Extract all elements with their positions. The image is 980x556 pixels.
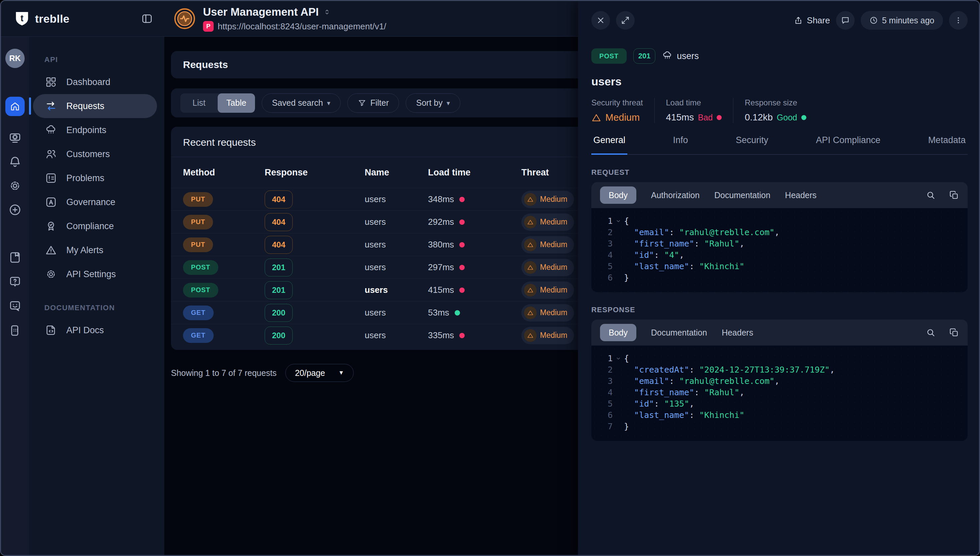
home-icon: [10, 101, 20, 112]
treblle-logo: t treblle: [15, 11, 69, 27]
tab-documentation[interactable]: Documentation: [651, 328, 707, 338]
stat-label: Load time: [666, 98, 722, 107]
table-row[interactable]: GET 200 users 335ms Medium: [171, 324, 578, 346]
add-icon[interactable]: [8, 202, 23, 217]
request-section-label: REQUEST: [592, 168, 968, 177]
table-row[interactable]: PUT 404 users 380ms Medium: [171, 233, 578, 256]
filter-label: Filter: [370, 98, 389, 108]
icon-rail: RK: [1, 37, 29, 555]
request-code-card: Body Authorization Documentation Headers…: [592, 182, 968, 292]
chevron-down-icon: ▾: [446, 99, 450, 107]
fold-chevron-icon[interactable]: [612, 215, 624, 227]
tab-info[interactable]: Info: [671, 135, 690, 155]
sidebar-item-problems[interactable]: Problems: [33, 166, 157, 190]
docs-book-icon[interactable]: [8, 250, 23, 265]
table-row[interactable]: POST 201 users 297ms Medium: [171, 256, 578, 278]
expand-button[interactable]: [616, 11, 635, 30]
view-toggle: List Table: [181, 94, 255, 113]
tab-authorization[interactable]: Authorization: [651, 191, 700, 200]
table-row[interactable]: PUT 404 users 348ms Medium: [171, 188, 578, 210]
tab-metadata[interactable]: Metadata: [926, 135, 968, 155]
help-icon[interactable]: [8, 275, 23, 289]
load-status-dot: [459, 220, 465, 225]
chevron-down-icon: ▾: [327, 99, 330, 107]
api-avatar-icon: [174, 8, 196, 30]
search-icon[interactable]: [926, 190, 936, 200]
sidebar-item-label: Compliance: [66, 221, 114, 231]
stat-value: 0.12kb: [745, 112, 773, 123]
table-row[interactable]: GET 200 users 53ms Medium: [171, 301, 578, 324]
recent-requests-card: Recent requests Method Response Name Loa…: [171, 127, 578, 350]
tab-security[interactable]: Security: [734, 135, 770, 155]
tab-api-compliance[interactable]: API Compliance: [814, 135, 883, 155]
sidebar-item-label: Customers: [66, 149, 110, 159]
request-body-code[interactable]: 1{ 2 "email": "rahul@treblle.com", 3 "fi…: [592, 208, 968, 292]
table-row[interactable]: PUT 404 users 292ms Medium: [171, 210, 578, 233]
tab-headers[interactable]: Headers: [785, 191, 817, 200]
view-toggle-table[interactable]: Table: [218, 94, 255, 113]
search-icon[interactable]: [926, 328, 936, 338]
api-name[interactable]: User Management API: [203, 6, 319, 18]
view-toggle-list[interactable]: List: [181, 94, 218, 113]
more-options-button[interactable]: [949, 11, 968, 30]
threat-badge: Medium: [521, 281, 574, 299]
tab-documentation[interactable]: Documentation: [714, 191, 770, 200]
sort-by-dropdown[interactable]: Sort by ▾: [406, 94, 460, 113]
page-title: Requests: [183, 59, 228, 70]
warning-triangle-icon: [524, 238, 537, 251]
api-selector-icon[interactable]: [323, 8, 330, 16]
table-row-selected[interactable]: POST 201 users 415ms Medium: [171, 278, 578, 301]
feedback-icon[interactable]: [8, 299, 23, 314]
settings-icon[interactable]: [8, 178, 23, 193]
notifications-icon[interactable]: [8, 154, 23, 169]
tab-general[interactable]: General: [592, 135, 627, 155]
endpoint-ref[interactable]: users: [662, 50, 699, 62]
sidebar-item-endpoints[interactable]: Endpoints: [33, 118, 157, 142]
timestamp-pill[interactable]: 5 minutes ago: [861, 11, 943, 30]
response-body-code[interactable]: 1{ 2 "createdAt": "2024-12-27T13:39:37.7…: [592, 346, 968, 441]
sidebar-nav: API Dashboard Requests Endpoints Custome…: [29, 37, 164, 555]
api-header: User Management API P https://localhost:…: [164, 1, 578, 37]
sidebar-item-api-docs[interactable]: API Docs: [33, 318, 157, 342]
sidebar-item-label: Governance: [66, 197, 115, 207]
sidebar-item-compliance[interactable]: Compliance: [33, 214, 157, 238]
sidebar-item-customers[interactable]: Customers: [33, 142, 157, 166]
comments-button[interactable]: [836, 11, 855, 30]
sidebar-item-governance[interactable]: Governance: [33, 190, 157, 214]
tab-body[interactable]: Body: [600, 186, 636, 204]
page-size-select[interactable]: 20/page ▼: [285, 364, 354, 382]
sidebar-item-dashboard[interactable]: Dashboard: [33, 70, 157, 94]
sidebar-item-requests[interactable]: Requests: [33, 94, 157, 118]
share-button[interactable]: Share: [794, 15, 830, 26]
stat-load-time: Load time 415ms Bad: [666, 98, 722, 123]
sort-by-label: Sort by: [416, 98, 442, 108]
collapse-sidebar-icon[interactable]: [141, 13, 153, 25]
close-button[interactable]: [592, 11, 610, 30]
status-code-badge: 200: [265, 326, 293, 344]
fold-chevron-icon[interactable]: [612, 353, 624, 364]
sidebar-header: t treblle: [1, 1, 164, 37]
sidebar-item-my-alerts[interactable]: My Alerts: [33, 238, 157, 262]
sidebar-item-api-settings[interactable]: API Settings: [33, 262, 157, 286]
mobile-app-icon[interactable]: [8, 323, 23, 338]
tab-body[interactable]: Body: [600, 324, 636, 341]
request-name: users: [365, 239, 428, 250]
col-load-time: Load time: [428, 167, 521, 178]
requests-toolbar: List Table Saved search ▾ Filter Sort by…: [171, 88, 578, 117]
filter-button[interactable]: Filter: [347, 94, 399, 113]
sidebar-item-label: API Docs: [66, 325, 104, 336]
requests-icon: [44, 99, 58, 113]
home-nav-tile[interactable]: [5, 97, 25, 116]
copy-icon[interactable]: [949, 190, 959, 200]
copy-icon[interactable]: [949, 328, 959, 338]
sidebar-item-label: Problems: [66, 173, 104, 183]
saved-search-dropdown[interactable]: Saved search ▾: [262, 94, 341, 113]
load-time-value: 380ms: [428, 239, 454, 250]
method-badge: GET: [183, 328, 214, 343]
stat-label: Response size: [745, 98, 806, 107]
observability-icon[interactable]: [8, 131, 23, 145]
request-title: users: [592, 75, 968, 88]
tab-headers[interactable]: Headers: [722, 328, 753, 338]
user-avatar[interactable]: RK: [5, 49, 25, 68]
status-code-badge: 201: [633, 48, 656, 64]
